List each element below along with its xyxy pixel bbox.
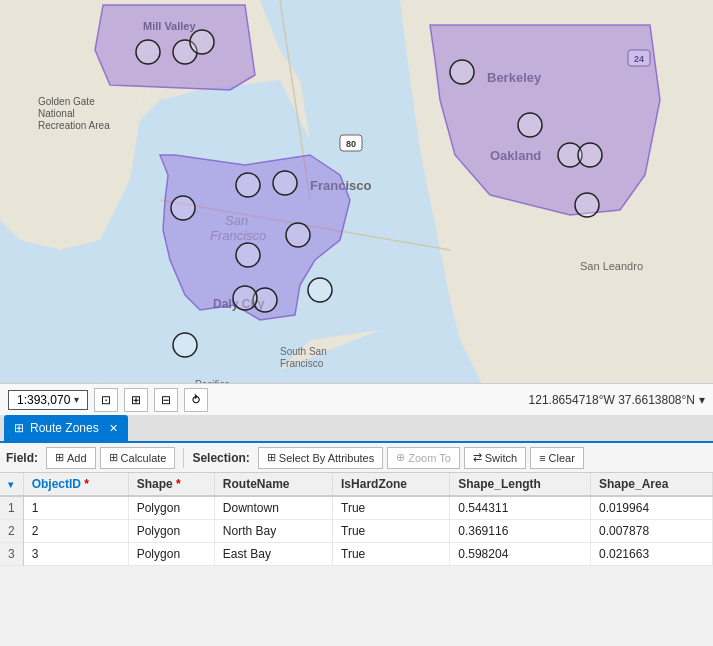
col-shape[interactable]: Shape * (128, 473, 214, 496)
map-tool-grid[interactable]: ⊟ (154, 388, 178, 412)
select-by-attributes-button[interactable]: ⊞ Select By Attributes (258, 447, 383, 469)
cell-shape-area: 0.019964 (591, 496, 713, 520)
shape-asterisk: * (173, 477, 181, 491)
cell-shape-length: 0.598204 (450, 543, 591, 566)
cell-ishardzone: True (333, 543, 450, 566)
svg-text:San Leandro: San Leandro (580, 260, 643, 272)
col-routename[interactable]: RouteName (214, 473, 332, 496)
clear-icon: ≡ (539, 452, 545, 464)
calculate-label: Calculate (121, 452, 167, 464)
scale-selector[interactable]: 1:393,070 ▾ (8, 390, 88, 410)
svg-point-37 (450, 60, 474, 84)
scale-chevron-icon: ▾ (74, 394, 79, 405)
tab-bar: ⊞ Route Zones ✕ (0, 415, 713, 443)
col-shape-label: Shape (137, 477, 173, 491)
cell-routename: East Bay (214, 543, 332, 566)
cell-routename: North Bay (214, 520, 332, 543)
svg-point-38 (518, 113, 542, 137)
svg-point-36 (173, 333, 197, 357)
table-row[interactable]: 1 1 Polygon Downtown True 0.544311 0.019… (0, 496, 713, 520)
svg-text:Francisco: Francisco (280, 358, 324, 369)
svg-text:Golden Gate: Golden Gate (38, 96, 95, 107)
zoom-to-button[interactable]: ⊕ Zoom To (387, 447, 460, 469)
cell-objectid: 3 (23, 543, 128, 566)
svg-point-34 (233, 286, 257, 310)
map-tool-bookmark[interactable]: ⊞ (124, 388, 148, 412)
objectid-asterisk: * (81, 477, 89, 491)
col-ishardzone-label: IsHardZone (341, 477, 407, 491)
tab-close-icon[interactable]: ✕ (109, 422, 118, 435)
add-label: Add (67, 452, 87, 464)
cell-objectid: 2 (23, 520, 128, 543)
svg-point-28 (171, 196, 195, 220)
coordinate-display: 121.8654718°W 37.6613808°N ▾ (529, 393, 705, 407)
calculate-icon: ⊞ (109, 451, 118, 464)
tab-route-zones[interactable]: ⊞ Route Zones ✕ (4, 415, 128, 441)
switch-label: Switch (485, 452, 517, 464)
toolbar-separator (183, 448, 184, 468)
cell-shape: Polygon (128, 496, 214, 520)
col-shape-length-label: Shape_Length (458, 477, 541, 491)
select-by-attributes-label: Select By Attributes (279, 452, 374, 464)
svg-point-29 (236, 173, 260, 197)
selection-label: Selection: (192, 451, 249, 465)
col-shape-area[interactable]: Shape_Area (591, 473, 713, 496)
col-routename-label: RouteName (223, 477, 290, 491)
cell-shape: Polygon (128, 543, 214, 566)
attribute-table: ▾ ObjectID * Shape * RouteName IsHardZon… (0, 473, 713, 566)
cell-shape: Polygon (128, 520, 214, 543)
svg-point-32 (236, 243, 260, 267)
col-shape-length[interactable]: Shape_Length (450, 473, 591, 496)
cell-objectid: 1 (23, 496, 128, 520)
cell-routename: Downtown (214, 496, 332, 520)
svg-text:80: 80 (346, 139, 356, 149)
svg-point-30 (273, 171, 297, 195)
tab-label: Route Zones (30, 421, 99, 435)
field-label: Field: (6, 451, 38, 465)
col-objectid[interactable]: ObjectID * (23, 473, 128, 496)
col-shape-area-label: Shape_Area (599, 477, 668, 491)
map-view[interactable]: 80 24 Mill Valley Golden Gate National R… (0, 0, 713, 415)
coordinate-chevron-icon: ▾ (699, 393, 705, 407)
switch-button[interactable]: ⇄ Switch (464, 447, 526, 469)
svg-point-31 (286, 223, 310, 247)
svg-text:Recreation Area: Recreation Area (38, 120, 110, 131)
svg-text:National: National (38, 108, 75, 119)
svg-point-40 (578, 143, 602, 167)
clear-button[interactable]: ≡ Clear (530, 447, 584, 469)
switch-icon: ⇄ (473, 451, 482, 464)
select-attr-icon: ⊞ (267, 451, 276, 464)
cell-shape-area: 0.007878 (591, 520, 713, 543)
table-row[interactable]: 2 2 Polygon North Bay True 0.369116 0.00… (0, 520, 713, 543)
map-tool-extent[interactable]: ⊡ (94, 388, 118, 412)
zoom-to-label: Zoom To (408, 452, 451, 464)
clear-label: Clear (549, 452, 575, 464)
row-number: 3 (0, 543, 23, 566)
svg-point-25 (136, 40, 160, 64)
sort-header[interactable]: ▾ (0, 473, 23, 496)
calculate-button[interactable]: ⊞ Calculate (100, 447, 176, 469)
add-icon: ⊞ (55, 451, 64, 464)
row-number: 2 (0, 520, 23, 543)
table-header: ▾ ObjectID * Shape * RouteName IsHardZon… (0, 473, 713, 496)
table-row[interactable]: 3 3 Polygon East Bay True 0.598204 0.021… (0, 543, 713, 566)
table-tab-icon: ⊞ (14, 421, 24, 435)
svg-point-41 (575, 193, 599, 217)
cell-shape-area: 0.021663 (591, 543, 713, 566)
sort-arrow-icon: ▾ (8, 479, 13, 490)
row-number: 1 (0, 496, 23, 520)
cell-shape-length: 0.369116 (450, 520, 591, 543)
cell-shape-length: 0.544311 (450, 496, 591, 520)
svg-point-35 (308, 278, 332, 302)
coordinate-value: 121.8654718°W 37.6613808°N (529, 393, 695, 407)
map-toolbar: 1:393,070 ▾ ⊡ ⊞ ⊟ ⥁ 121.8654718°W 37.661… (0, 383, 713, 415)
scale-value: 1:393,070 (17, 393, 70, 407)
col-objectid-label: ObjectID (32, 477, 81, 491)
svg-text:South San: South San (280, 346, 327, 357)
add-button[interactable]: ⊞ Add (46, 447, 96, 469)
map-tool-rotate[interactable]: ⥁ (184, 388, 208, 412)
col-ishardzone[interactable]: IsHardZone (333, 473, 450, 496)
cell-ishardzone: True (333, 496, 450, 520)
cell-ishardzone: True (333, 520, 450, 543)
svg-point-27 (190, 30, 214, 54)
